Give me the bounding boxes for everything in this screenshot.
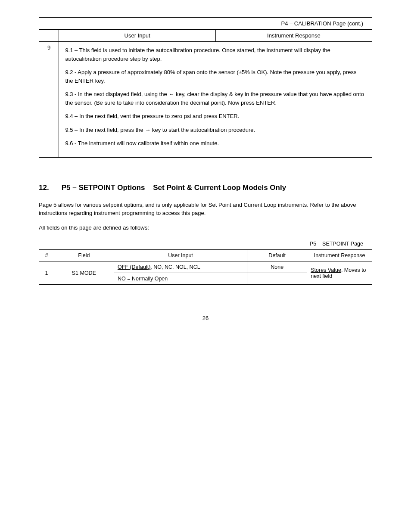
page-number-value: 26 xyxy=(202,315,209,321)
section-heading: 12. P5 – SETPOINT Options Set Point & Cu… xyxy=(39,184,372,192)
table1-col-response: Instrument Response xyxy=(215,30,372,42)
table2-row-default: None xyxy=(247,261,307,273)
calibration-table: P4 – CALIBRATION Page (cont.) User Input… xyxy=(39,17,372,158)
table2-col-num: # xyxy=(39,250,54,261)
table2-col-default-label: Default xyxy=(268,252,286,258)
table2-input-rest: , NO, NC, NOL, NCL xyxy=(150,264,200,270)
table2-input-ul: OFF (Default) xyxy=(118,264,150,270)
table2-row-response: Stores Value, Moves to next field xyxy=(307,261,372,285)
table2-row-field: S1 MODE xyxy=(54,261,114,285)
table2-col-num-label: # xyxy=(45,252,48,258)
section-title-prefix: P5 – SETPOINT Options xyxy=(62,184,145,192)
table1-col-response-label: Instrument Response xyxy=(267,32,321,39)
table2-row-num: 1 xyxy=(39,261,54,285)
table2-col-input: User Input xyxy=(114,250,247,261)
body-paragraph: All fields on this page are defined as f… xyxy=(39,224,372,232)
table2-col-field-label: Field xyxy=(78,252,90,258)
table2-row-default-value: None xyxy=(271,264,283,270)
table2-title: P5 – SETPOINT Page xyxy=(39,238,372,250)
section-number: 12. xyxy=(39,184,59,192)
table2-row-default xyxy=(247,273,307,285)
table1-title-text: P4 – CALIBRATION Page (cont.) xyxy=(281,20,364,27)
table2-col-response: Instrument Response xyxy=(307,250,372,261)
table1-row-num-value: 9 xyxy=(47,44,50,51)
table2-title-text: P5 – SETPOINT Page xyxy=(310,241,363,247)
table2-response-ul: Stores Value xyxy=(311,267,341,273)
table1-col-num xyxy=(39,30,59,42)
table2-row-field-value: S1 MODE xyxy=(72,270,96,276)
table2-row-input: NO = Normally Open xyxy=(114,273,247,285)
table1-row-num: 9 xyxy=(39,42,59,158)
instruction-step: 9.1 – This field is used to initiate the… xyxy=(65,46,366,63)
table1-instructions-cell: 9.1 – This field is used to initiate the… xyxy=(59,42,372,158)
instruction-step: 9.3 - In the next displayed field, using… xyxy=(65,90,366,107)
instruction-step: 9.6 - The instrument will now calibrate … xyxy=(65,139,366,148)
table2-col-response-label: Instrument Response xyxy=(314,252,365,258)
table2-row-num-value: 1 xyxy=(45,270,48,276)
instruction-step: 9.4 – In the next field, vent the pressu… xyxy=(65,112,366,121)
table2-input-ul: NO = Normally Open xyxy=(118,276,168,282)
table2-row-input: OFF (Default), NO, NC, NOL, NCL xyxy=(114,261,247,273)
section-title-suffix: Set Point & Current Loop Models Only xyxy=(153,184,286,192)
table2-col-input-label: User Input xyxy=(168,252,193,258)
body-paragraph: Page 5 allows for various setpoint optio… xyxy=(39,201,372,218)
table2-col-default: Default xyxy=(247,250,307,261)
table1-title: P4 – CALIBRATION Page (cont.) xyxy=(39,18,372,30)
setpoint-table: P5 – SETPOINT Page # Field User Input De… xyxy=(39,238,372,285)
table1-col-input: User Input xyxy=(59,30,215,42)
table1-col-input-label: User Input xyxy=(125,32,150,39)
page-number: 26 xyxy=(39,315,372,321)
table2-col-field: Field xyxy=(54,250,114,261)
instruction-step: 9.2 - Apply a pressure of approximately … xyxy=(65,68,366,85)
instruction-step: 9.5 – In the next field, press the → key… xyxy=(65,126,366,134)
